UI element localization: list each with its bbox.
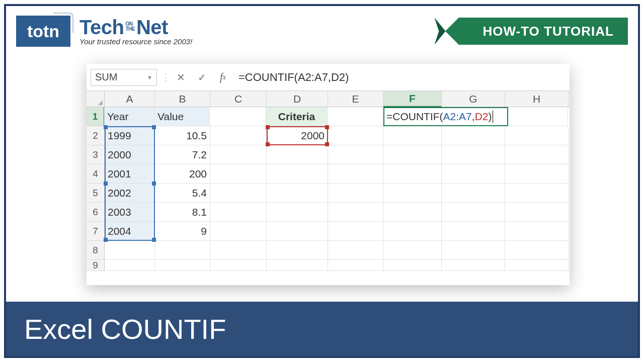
cell-B5[interactable]: 5.4: [155, 184, 210, 203]
col-header-D[interactable]: D: [267, 91, 328, 107]
cell-D4[interactable]: [267, 164, 328, 184]
cell-C1[interactable]: [210, 107, 266, 126]
brand-name: TechONTHENet: [79, 17, 192, 37]
row-header-3[interactable]: 3: [87, 145, 105, 164]
cell-B6[interactable]: 8.1: [155, 203, 210, 222]
cell-G6[interactable]: [442, 203, 505, 222]
formula-input[interactable]: [235, 69, 566, 86]
cell-B1[interactable]: Value: [154, 107, 210, 126]
cell-G2[interactable]: [442, 126, 505, 145]
cell-C9[interactable]: [210, 260, 267, 271]
cell-E4[interactable]: [328, 164, 383, 184]
cell-B2[interactable]: 10.5: [155, 126, 210, 145]
cell-E8[interactable]: [328, 241, 383, 260]
cell-A3[interactable]: 2000: [105, 145, 155, 164]
row-header-9[interactable]: 9: [87, 260, 105, 271]
cell-H1[interactable]: [505, 107, 568, 126]
cell-B8[interactable]: [155, 241, 210, 260]
cell-H7[interactable]: [505, 222, 569, 241]
cell-H3[interactable]: [505, 145, 569, 164]
cell-E6[interactable]: [328, 203, 383, 222]
cell-E9[interactable]: [328, 260, 383, 271]
cell-C6[interactable]: [210, 203, 267, 222]
cell-B9[interactable]: [155, 260, 210, 271]
col-header-E[interactable]: E: [328, 91, 383, 107]
cell-H4[interactable]: [505, 164, 569, 184]
cell-E5[interactable]: [328, 184, 383, 203]
cell-G8[interactable]: [442, 241, 505, 260]
cell-F7[interactable]: [383, 222, 442, 241]
cell-H2[interactable]: [505, 126, 569, 145]
cell-D5[interactable]: [267, 184, 328, 203]
cell-F1[interactable]: [383, 107, 441, 126]
cell-D6[interactable]: [267, 203, 328, 222]
row-header-5[interactable]: 5: [87, 184, 105, 203]
cell-B7[interactable]: 9: [155, 222, 210, 241]
cell-A6[interactable]: 2003: [105, 203, 155, 222]
cell-A9[interactable]: [105, 260, 155, 271]
cell-D8[interactable]: [267, 241, 328, 260]
insert-function-button[interactable]: fx: [214, 69, 231, 86]
column-headers: A B C D E F G H: [87, 91, 570, 107]
col-header-H[interactable]: H: [505, 91, 569, 107]
cell-F9[interactable]: [383, 260, 442, 271]
cell-H5[interactable]: [505, 184, 569, 203]
cell-G3[interactable]: [442, 145, 505, 164]
cancel-formula-button[interactable]: ✕: [172, 69, 189, 86]
cell-A1[interactable]: Year: [104, 107, 154, 126]
excel-window: SUM ▼ ⋮ ✕ ✓ fx A B C D E F G H: [87, 64, 570, 285]
cell-C4[interactable]: [210, 164, 267, 184]
cell-A7[interactable]: 2004: [105, 222, 155, 241]
cell-G7[interactable]: [442, 222, 505, 241]
cell-D2[interactable]: 2000: [267, 126, 328, 145]
col-header-F[interactable]: F: [383, 91, 442, 107]
cell-A8[interactable]: [105, 241, 155, 260]
cell-D3[interactable]: [267, 145, 328, 164]
split-handle-icon[interactable]: ⋮: [161, 72, 168, 83]
cell-A5[interactable]: 2002: [105, 184, 155, 203]
cell-E1[interactable]: [328, 107, 383, 126]
cell-C8[interactable]: [210, 241, 267, 260]
accept-formula-button[interactable]: ✓: [193, 69, 210, 86]
cell-E3[interactable]: [328, 145, 383, 164]
cell-F6[interactable]: [383, 203, 442, 222]
name-box[interactable]: SUM ▼: [91, 69, 157, 86]
cell-F2[interactable]: [383, 126, 442, 145]
cell-G4[interactable]: [442, 164, 505, 184]
col-header-C[interactable]: C: [210, 91, 267, 107]
cell-H9[interactable]: [505, 260, 569, 271]
cell-F5[interactable]: [383, 184, 442, 203]
cell-E7[interactable]: [328, 222, 383, 241]
cell-F4[interactable]: [383, 164, 442, 184]
select-all-corner[interactable]: [87, 91, 105, 107]
cell-C3[interactable]: [210, 145, 267, 164]
cell-H8[interactable]: [505, 241, 569, 260]
row-header-2[interactable]: 2: [87, 126, 105, 145]
col-header-A[interactable]: A: [105, 91, 155, 107]
row-header-4[interactable]: 4: [87, 164, 105, 184]
spreadsheet-grid[interactable]: A B C D E F G H 1 Year Value Criteria: [87, 91, 570, 271]
col-header-G[interactable]: G: [442, 91, 505, 107]
cell-E2[interactable]: [328, 126, 383, 145]
cell-F3[interactable]: [383, 145, 442, 164]
cell-G9[interactable]: [442, 260, 505, 271]
cell-B3[interactable]: 7.2: [155, 145, 210, 164]
cell-A2[interactable]: 1999: [105, 126, 155, 145]
cell-D1[interactable]: Criteria: [266, 107, 328, 126]
cell-G5[interactable]: [442, 184, 505, 203]
cell-C2[interactable]: [210, 126, 267, 145]
cell-F8[interactable]: [383, 241, 442, 260]
col-header-B[interactable]: B: [155, 91, 210, 107]
cell-C5[interactable]: [210, 184, 267, 203]
cell-D9[interactable]: [267, 260, 328, 271]
cell-C7[interactable]: [210, 222, 267, 241]
cell-H6[interactable]: [505, 203, 569, 222]
cell-D7[interactable]: [267, 222, 328, 241]
cell-B4[interactable]: 200: [155, 164, 210, 184]
row-header-1[interactable]: 1: [87, 107, 105, 126]
cell-G1[interactable]: [441, 107, 505, 126]
row-header-7[interactable]: 7: [87, 222, 105, 241]
row-header-6[interactable]: 6: [87, 203, 105, 222]
cell-A4[interactable]: 2001: [105, 164, 155, 184]
row-header-8[interactable]: 8: [87, 241, 105, 260]
